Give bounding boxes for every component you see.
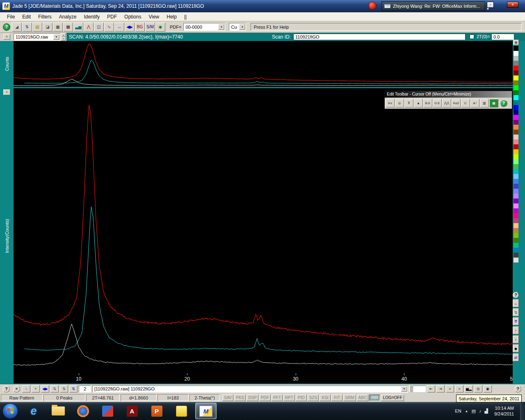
print-report-icon[interactable]: ▩ [63, 23, 73, 32]
background-edit-icon[interactable]: B.E [423, 99, 432, 107]
network-icon[interactable]: ▟ [484, 409, 488, 414]
taskbar-app[interactable] [97, 403, 118, 419]
palette-color-swatch[interactable] [514, 169, 518, 174]
palette-color-swatch[interactable] [514, 135, 518, 139]
chevron-down-icon[interactable]: ▼ [53, 34, 59, 40]
profile-fit-icon[interactable]: ⋀⋀ [442, 99, 451, 107]
menu-identify[interactable]: Identify [80, 13, 103, 21]
palette-color-swatch[interactable] [514, 110, 518, 115]
palette-color-swatch[interactable] [514, 46, 518, 51]
palette-color-swatch[interactable] [514, 208, 518, 213]
status-button-dsp[interactable]: DSP [247, 395, 258, 401]
toolbar-grip[interactable] [409, 386, 411, 392]
peak-cursor-icon[interactable]: ⊼ [404, 99, 413, 107]
menu-analyze[interactable]: Analyze [55, 13, 80, 21]
t0-input[interactable]: 0.0 [491, 34, 514, 40]
palette-color-swatch[interactable] [514, 213, 518, 218]
pdf-combo[interactable]: 00-0000 ▼ [183, 23, 225, 31]
palette-color-swatch[interactable] [514, 105, 518, 110]
tray-expand-icon[interactable]: ▲ [465, 409, 468, 413]
menu-[interactable]: || [180, 13, 190, 21]
main-chart[interactable] [14, 88, 513, 373]
palette-color-swatch[interactable] [514, 61, 518, 66]
chevron-down-icon[interactable]: ▼ [401, 386, 407, 392]
menu-view[interactable]: View [145, 13, 163, 21]
thumb-panel-grip[interactable]: ≡ [3, 34, 10, 40]
chevron-down-icon[interactable]: ▼ [239, 24, 245, 30]
last-scan-icon[interactable]: ⇥ [436, 385, 445, 393]
export-icon[interactable]: ◪ [43, 23, 52, 32]
annotate-icon[interactable]: A↑ [470, 99, 479, 107]
bar-graph-icon[interactable]: ▃▅ [73, 23, 83, 32]
overlay-count-box[interactable]: 2 [79, 386, 91, 393]
palette-color-swatch[interactable] [514, 144, 518, 149]
taskbar-explorer[interactable] [48, 403, 69, 419]
scan-id-input[interactable]: 110921fiGO [293, 34, 466, 40]
palette-color-swatch[interactable] [514, 199, 518, 203]
shrink-icon[interactable]: − [22, 385, 30, 393]
palette-color-swatch[interactable] [514, 253, 518, 258]
palette-color-swatch[interactable] [514, 115, 518, 120]
palette-color-swatch[interactable] [514, 71, 518, 75]
tools-icon[interactable]: ◢ [12, 23, 22, 32]
sum-merge-icon[interactable]: S/M [145, 23, 155, 32]
help-icon[interactable]: ? [514, 386, 521, 393]
zoom-icon[interactable]: ◎ [395, 99, 404, 107]
grow-icon[interactable]: + [32, 385, 40, 393]
expand-x-icon[interactable]: ↔ [114, 23, 124, 32]
menu-filters[interactable]: Filters [34, 13, 55, 21]
start-button[interactable] [2, 403, 18, 419]
minimize-button[interactable]: ▫ [487, 2, 494, 8]
help-icon[interactable]: ? [513, 292, 519, 298]
palette-color-swatch[interactable] [514, 75, 518, 80]
status-button-fit[interactable]: FIT [331, 395, 342, 401]
palette-color-swatch[interactable] [514, 51, 518, 56]
show-desktop-button[interactable] [520, 402, 525, 420]
scan-file-combo[interactable]: 110921fiGO.raw ▼ [14, 33, 60, 41]
grid-toggle-icon[interactable]: ▦ [489, 99, 498, 107]
palette-color-swatch[interactable] [514, 95, 518, 100]
status-button-sav[interactable]: SAV [222, 395, 233, 401]
status-button-pft[interactable]: PFT [272, 395, 283, 401]
ka2-strip-icon[interactable]: Kα2 [452, 99, 461, 107]
calibrate-icon[interactable]: C [461, 99, 470, 107]
pan-horizontal-icon[interactable]: ↔ [513, 299, 519, 307]
volume-icon[interactable]: ♪ [479, 409, 482, 413]
taskbar-ie[interactable]: e [23, 403, 44, 419]
help-icon[interactable]: ? [3, 23, 10, 31]
palette-color-swatch[interactable] [514, 233, 518, 238]
palette-color-swatch[interactable] [514, 248, 518, 253]
shift-up-fast-icon[interactable]: ⇈ [513, 317, 519, 325]
thumbnail-chart[interactable] [14, 41, 513, 87]
tray-app-icon[interactable] [368, 2, 377, 10]
next-scan-icon[interactable]: » [455, 385, 463, 393]
help-icon[interactable]: ? [500, 100, 507, 107]
peaks-icon[interactable]: ⋀ [84, 23, 94, 32]
t0-checkbox[interactable] [470, 34, 474, 39]
status-button-abc[interactable]: ABC [357, 395, 369, 401]
status-button-szs[interactable]: SZS [308, 395, 319, 401]
anode-combo[interactable]: Cu ▼ [229, 23, 246, 31]
taskbar-notes[interactable] [171, 403, 192, 419]
palette-color-swatch[interactable] [514, 90, 518, 95]
remove-overlay-icon[interactable]: × [13, 386, 20, 393]
status-button-rir[interactable]: RIR [369, 395, 380, 401]
target-solid-icon[interactable]: ◉ [484, 385, 492, 393]
menu-pdf[interactable]: PDF [103, 13, 121, 21]
taskbar-jade[interactable]: M [195, 403, 217, 419]
edit-toolbar-title[interactable]: Edit Toolbar - Cursor Off (Menu/Ctrl=Min… [385, 91, 512, 98]
status-button-pid[interactable]: PID [296, 395, 307, 401]
palette-color-swatch[interactable] [514, 100, 518, 105]
palette-color-swatch[interactable] [514, 194, 518, 199]
palette-color-swatch[interactable] [514, 130, 518, 135]
palette-color-swatch[interactable] [514, 139, 518, 144]
open-pattern-icon[interactable]: ▤ [32, 23, 42, 32]
palette-color-swatch[interactable] [514, 228, 518, 233]
swap-axes-icon[interactable]: ⇄ [513, 354, 519, 361]
palette-color-swatch[interactable] [514, 258, 518, 262]
palette-color-swatch[interactable] [514, 184, 518, 189]
cursor-mode-icon[interactable]: ⊳z [386, 99, 395, 107]
palette-color-swatch[interactable] [514, 203, 518, 208]
menu-help[interactable]: Help [163, 13, 180, 21]
taskbar-powerpoint[interactable]: P [146, 403, 167, 419]
